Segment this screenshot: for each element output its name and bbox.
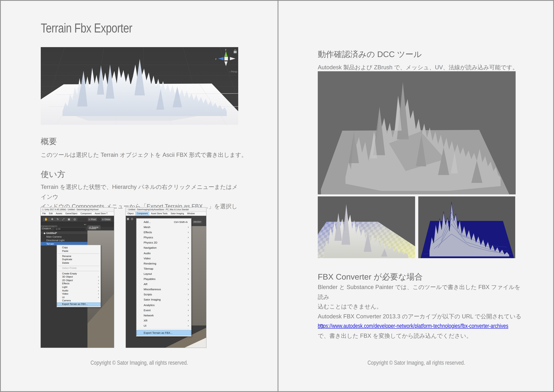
- menu-item: Light›: [57, 286, 101, 289]
- menu-item: XR›: [137, 318, 191, 323]
- menubar-item: File: [41, 212, 47, 215]
- submenu-arrow-icon: ›: [98, 275, 99, 279]
- menubar-item: Window: [186, 212, 196, 215]
- submenu-arrow-icon: ›: [188, 297, 189, 302]
- menu-separator: [138, 329, 190, 329]
- menu-separator: [58, 266, 99, 266]
- submenu-arrow-icon: ›: [188, 251, 189, 256]
- submenu-arrow-icon: ›: [188, 276, 189, 281]
- menu-item: Layout›: [137, 271, 191, 276]
- selection-tab-fragment: election: [192, 217, 206, 224]
- menubar-item: Object: [126, 212, 135, 215]
- menu-item: Physics 2D›: [137, 240, 191, 245]
- menu-item-label: Audio: [62, 289, 68, 292]
- menubar-item: Edit: [47, 212, 54, 215]
- submenu-arrow-icon: ›: [98, 292, 99, 296]
- global-button: Globa: [101, 217, 112, 221]
- menu-item: Duplicate: [57, 258, 101, 261]
- scene-tab-row: # Scene: [87, 223, 114, 227]
- menu-item-label: Playables: [144, 276, 156, 281]
- menu-item-label: Scripts: [144, 292, 152, 297]
- menu-item: Tilemap›: [137, 266, 191, 271]
- unity-component-screenshot: - Untitled - SatorImagingUnityAssetStore…: [126, 208, 206, 348]
- fbx-converter-link[interactable]: https://www.autodesk.com/developer-netwo…: [318, 322, 508, 329]
- menu-item-label: Create Empty: [62, 272, 77, 275]
- page-title: Terrain Fbx Exporter: [41, 21, 155, 36]
- unity-menu-bar: FileEditAssetsGameObjectComponentAsset S…: [41, 212, 114, 216]
- menu-item-label: Export Terrain as FBX...: [144, 330, 173, 335]
- menu-item: Rendering›: [137, 261, 191, 266]
- menu-item: Delete: [57, 261, 101, 265]
- menu-item: Navigation›: [137, 245, 191, 250]
- submenu-arrow-icon: ›: [188, 271, 189, 276]
- submenu-arrow-icon: ›: [188, 266, 189, 271]
- unity-hierarchy-screenshot: ◇Unity 2017.4.4f1 (64bit) - Untitled - S…: [41, 208, 114, 348]
- tool-icon: ↻: [57, 217, 59, 221]
- fbx-body-line4: で、書き出した FBX を変換してから読み込んでください。: [318, 331, 524, 341]
- menu-item-label: Add...: [144, 219, 151, 224]
- submenu-arrow-icon: ›: [188, 281, 189, 287]
- fbx-body-line1: Blender と Substance Painter では、このツールで書き出…: [318, 282, 524, 302]
- menu-item-label: Rename: [62, 255, 71, 258]
- menu-item: Effects›: [137, 230, 191, 235]
- menubar-item: Component: [135, 212, 149, 215]
- menu-item-label: UI: [62, 296, 64, 299]
- shading-mode: Shaded: [87, 227, 114, 231]
- scene-row: ◆ Untitled*: [41, 231, 87, 235]
- toolbar-fragment: ▣◎: [127, 217, 133, 221]
- tool-icon: ▣: [68, 217, 70, 221]
- menu-item-label: AR: [144, 281, 147, 287]
- menu-shortcut: Ctrl+Shift+A: [174, 219, 187, 224]
- menu-item-label: Video: [62, 292, 68, 296]
- persp-label: ‹ Persp: [229, 70, 237, 73]
- menu-item-label: Rendering: [144, 261, 156, 266]
- menu-item-label: Network: [144, 313, 154, 318]
- menu-item-label: Video: [144, 256, 151, 261]
- submenu-arrow-icon: ›: [98, 279, 99, 282]
- menu-item: Scripts›: [137, 292, 191, 297]
- global-icon: [102, 219, 104, 220]
- wireframe-render-image: [418, 196, 515, 258]
- hierarchy-items: Main CameraDirectional LightTerrain: [41, 235, 87, 245]
- menu-item: Video›: [137, 256, 191, 261]
- right-footer: Copyright © Sator Imaging, all rights re…: [278, 359, 554, 366]
- component-menu: Add...Ctrl+Shift+AMesh›Effects›Physics›P…: [136, 218, 192, 336]
- submenu-arrow-icon: ›: [98, 282, 99, 286]
- menu-item-label: Effects: [62, 282, 69, 286]
- menu-item: Event›: [137, 308, 191, 313]
- menu-item-label: Tilemap: [144, 266, 153, 271]
- dcc-body: Autodesk 製品および ZBrush で、メッシュ、UV、法線が読み込み可…: [318, 63, 518, 72]
- menu-item: Analytics›: [137, 302, 191, 308]
- submenu-arrow-icon: ›: [98, 289, 99, 292]
- hierarchy-item: Main Camera: [41, 235, 87, 238]
- hierarchy-context-menu: CopyPasteRenameDuplicateDeleteSelect Pre…: [57, 245, 101, 307]
- hierarchy-create-row: Create ▾ Q·All: [41, 227, 87, 231]
- menu-item: Export Terrain as FBX...: [57, 302, 101, 306]
- submenu-arrow-icon: ›: [188, 245, 189, 250]
- tool-icon: ✋: [44, 217, 48, 221]
- submenu-arrow-icon: ›: [188, 240, 189, 245]
- menu-item: Add...Ctrl+Shift+A: [137, 219, 191, 224]
- dcc-render-image: [318, 71, 516, 194]
- submenu-arrow-icon: ›: [188, 313, 189, 318]
- tool-button-group: ✋✥↻⤢▣◎: [42, 217, 78, 222]
- dcc-heading: 動作確認済みの DCC ツール: [318, 49, 422, 60]
- panel-menu-icon: ▾≡: [84, 223, 86, 226]
- uv-checker-render-image: [318, 196, 415, 258]
- menu-item: Audio›: [137, 251, 191, 256]
- submenu-arrow-icon: ›: [188, 292, 189, 297]
- dropdown-arrow-icon: ▾: [49, 227, 51, 230]
- menu-item: Physics›: [137, 235, 191, 240]
- menu-item-label: Duplicate: [62, 258, 72, 261]
- menu-item-label: Event: [144, 308, 151, 313]
- menu-item: Copy: [57, 246, 101, 249]
- menubar-item: Component: [79, 212, 93, 215]
- unity-logo-icon: ◇: [42, 208, 44, 212]
- menu-item: Effects›: [57, 282, 101, 286]
- menu-item: Sator Imaging›: [137, 297, 191, 302]
- tool-icon: ⤢: [62, 217, 64, 221]
- menubar-item: GameObject: [64, 212, 79, 215]
- menu-item: Network›: [137, 313, 191, 318]
- submenu-arrow-icon: ›: [98, 296, 99, 299]
- menu-item-label: Navigation: [144, 245, 157, 250]
